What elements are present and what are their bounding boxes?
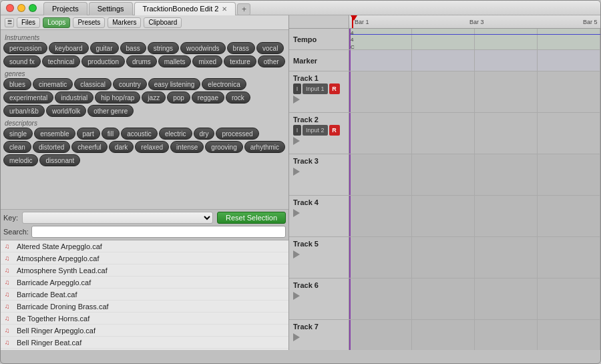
close-button[interactable] — [6, 4, 14, 12]
window-controls[interactable] — [6, 4, 37, 12]
tab-tracktion[interactable]: TracktionBonedo Edit 2 ✕ — [134, 2, 236, 15]
filter-production[interactable]: production — [81, 55, 125, 67]
filter-brass[interactable]: brass — [227, 42, 255, 54]
search-input[interactable] — [31, 226, 286, 238]
list-item[interactable]: ♫ Barricade Droning Brass.caf — [1, 301, 288, 313]
filter-relaxed[interactable]: relaxed — [135, 141, 169, 153]
filter-technical[interactable]: technical — [42, 55, 80, 67]
purple-line — [349, 237, 351, 278]
filter-bass[interactable]: bass — [120, 42, 146, 54]
filter-dissonant[interactable]: dissonant — [39, 154, 80, 166]
filter-distorted[interactable]: distorted — [33, 141, 70, 153]
filter-hiphop[interactable]: hip hop/rap — [95, 92, 140, 104]
grid-cell — [475, 320, 538, 350]
track1-r-button[interactable]: R — [329, 83, 340, 94]
track2-timeline[interactable] — [349, 113, 600, 154]
search-label: Search: — [3, 228, 29, 236]
filter-woodwinds[interactable]: woodwinds — [180, 42, 225, 54]
filter-ensemble[interactable]: ensemble — [34, 128, 75, 140]
track4-timeline[interactable] — [349, 196, 600, 236]
filter-clean[interactable]: clean — [3, 141, 31, 153]
grid-cell — [538, 50, 600, 71]
track3-timeline[interactable] — [349, 154, 600, 195]
filter-intense[interactable]: intense — [170, 141, 204, 153]
filter-experimental[interactable]: experimental — [3, 92, 53, 104]
tab-settings[interactable]: Settings — [89, 2, 133, 15]
tab-markers[interactable]: Markers — [108, 17, 141, 28]
bar3-marker: Bar 3 — [469, 19, 484, 25]
list-item[interactable]: ♫ Atmosphere Arpegglo.caf — [1, 252, 288, 264]
list-item[interactable]: ♫ Bell Ringer Arpegglo.caf — [1, 325, 288, 337]
filter-melodic[interactable]: melodic — [3, 154, 38, 166]
track1-i-button[interactable]: I — [293, 83, 301, 94]
list-item[interactable]: ♫ Altered State Arpegglo.caf — [1, 240, 288, 252]
files-icon[interactable]: ☰ — [5, 18, 14, 27]
filter-blues[interactable]: blues — [3, 78, 31, 90]
tracks-area: Tempo 44C — [289, 29, 600, 350]
tab-presets[interactable]: Presets — [73, 17, 105, 28]
list-item[interactable]: ♫ Bell Ringer Beat.caf — [1, 337, 288, 349]
filter-arhythmic[interactable]: arhythmic — [244, 141, 285, 153]
filter-jazz[interactable]: jazz — [142, 92, 166, 104]
track5-timeline[interactable] — [349, 237, 600, 278]
filter-vocal[interactable]: vocal — [256, 42, 284, 54]
timeline-ruler[interactable]: Bar 1 Bar 3 Bar 5 Ba — [289, 15, 600, 29]
file-list: ♫ Altered State Arpegglo.caf ♫ Atmospher… — [1, 240, 288, 350]
filter-acoustic[interactable]: acoustic — [121, 128, 158, 140]
tab-files[interactable]: Files — [17, 17, 40, 28]
track6-timeline[interactable] — [349, 279, 600, 319]
list-item[interactable]: ♫ Barricade Beat.caf — [1, 289, 288, 301]
filter-keyboard[interactable]: keyboard — [49, 42, 88, 54]
filter-dark[interactable]: dark — [109, 141, 134, 153]
tab-projects[interactable]: Projects — [43, 2, 87, 15]
minimize-button[interactable] — [17, 4, 25, 12]
add-tab-button[interactable]: + — [237, 3, 250, 15]
filter-strings[interactable]: strings — [148, 42, 179, 54]
tab-clipboard[interactable]: Clipboard — [144, 17, 182, 28]
marker-track-timeline[interactable] — [349, 50, 600, 71]
filter-single[interactable]: single — [3, 128, 33, 140]
filter-drums[interactable]: drums — [126, 55, 157, 67]
filter-worldfolk[interactable]: world/folk — [46, 105, 86, 117]
track2-r-button[interactable]: R — [329, 125, 340, 136]
filter-cinematic[interactable]: cinematic — [33, 78, 73, 90]
reset-selection-button[interactable]: Reset Selection — [217, 212, 286, 224]
filter-texture[interactable]: texture — [224, 55, 256, 67]
track3-row: Track 3 — [289, 154, 600, 196]
maximize-button[interactable] — [29, 4, 37, 12]
list-item[interactable]: ♫ Be Together Horns.caf — [1, 313, 288, 325]
filter-soundfx[interactable]: sound fx — [3, 55, 41, 67]
filter-industrial[interactable]: industrial — [55, 92, 93, 104]
grid-cell — [538, 154, 600, 195]
filter-urban[interactable]: urban/r&b — [3, 105, 45, 117]
list-item[interactable]: ♫ Barricade Arpegglo.caf — [1, 277, 288, 289]
filter-pop[interactable]: pop — [167, 92, 190, 104]
filter-electric[interactable]: electric — [159, 128, 192, 140]
filter-classical[interactable]: classical — [74, 78, 112, 90]
filter-mallets[interactable]: mallets — [158, 55, 192, 67]
filter-part[interactable]: part — [77, 128, 100, 140]
track7-timeline[interactable] — [349, 320, 600, 350]
filter-cheerful[interactable]: cheerful — [71, 141, 108, 153]
key-select[interactable]: CC#DD# EFF#G G#AA#B — [22, 212, 213, 224]
filter-electronica[interactable]: electronica — [202, 78, 246, 90]
track1-timeline[interactable] — [349, 71, 600, 112]
filter-rock[interactable]: rock — [226, 92, 250, 104]
filter-mixed[interactable]: mixed — [192, 55, 222, 67]
filter-reggae[interactable]: reggae — [192, 92, 224, 104]
filter-guitar[interactable]: guitar — [90, 42, 119, 54]
tab-loops[interactable]: Loops — [43, 17, 70, 28]
track2-i-button[interactable]: I — [293, 125, 301, 136]
filter-other[interactable]: other — [258, 55, 285, 67]
close-icon[interactable]: ✕ — [222, 5, 227, 13]
filter-dry[interactable]: dry — [194, 128, 215, 140]
tempo-track-timeline[interactable]: 44C — [349, 29, 600, 49]
filter-other-genre[interactable]: other genre — [87, 105, 134, 117]
filter-percussion[interactable]: percussion — [3, 42, 47, 54]
filter-processed[interactable]: processed — [216, 128, 258, 140]
filter-easy-listening[interactable]: easy listening — [148, 78, 201, 90]
filter-grooving[interactable]: grooving — [205, 141, 242, 153]
filter-country[interactable]: country — [113, 78, 147, 90]
filter-fill[interactable]: fill — [102, 128, 120, 140]
list-item[interactable]: ♫ Atmosphere Synth Lead.caf — [1, 264, 288, 277]
